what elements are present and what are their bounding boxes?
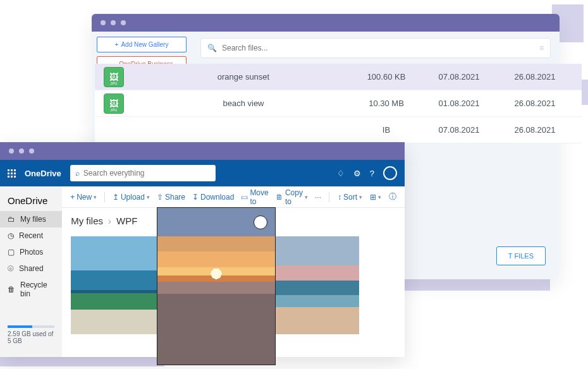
search-icon: 🔍 xyxy=(207,44,217,52)
crumb-root[interactable]: My files xyxy=(71,215,103,226)
new-button[interactable]: +New▾ xyxy=(68,193,99,202)
info-button[interactable]: ⓘ xyxy=(387,191,398,202)
moveto-button[interactable]: ▭Move to xyxy=(239,188,271,206)
onedrive-brand: OneDrive xyxy=(25,169,61,178)
people-icon: ⦾ xyxy=(8,264,14,273)
file-rows: 🖼JPG orange sunset 100.60 KB 07.08.2021 … xyxy=(95,64,582,143)
avatar[interactable] xyxy=(383,166,397,180)
plus-icon: + xyxy=(70,193,75,202)
search-files[interactable]: 🔍 ≡ xyxy=(200,38,551,58)
chevron-down-icon: ▾ xyxy=(94,194,97,200)
clock-icon: ◷ xyxy=(8,231,14,240)
thumb-beach-aerial[interactable] xyxy=(71,236,159,334)
od-titlebar xyxy=(0,142,405,160)
table-row[interactable]: 🖼JPG beach view 10.30 MB 01.08.2021 26.0… xyxy=(95,90,582,117)
thumb-beach-pink[interactable] xyxy=(271,236,359,334)
nav-shared[interactable]: ⦾Shared xyxy=(0,260,62,277)
nav-my-files[interactable]: 🗀My files xyxy=(0,211,62,227)
crumb-current: WPF xyxy=(116,215,137,226)
folder-icon: 🗀 xyxy=(8,215,15,224)
sort-button[interactable]: ↕Sort▾ xyxy=(336,193,364,202)
more-button[interactable]: ··· xyxy=(313,193,323,202)
chevron-down-icon: ▾ xyxy=(305,194,308,200)
file-date-modified: 26.08.2021 xyxy=(497,125,573,135)
upload-icon: ↥ xyxy=(113,193,119,202)
nav-photos[interactable]: ▢Photos xyxy=(0,244,62,260)
file-date-added: 07.08.2021 xyxy=(421,72,497,82)
file-date-added: 07.08.2021 xyxy=(421,125,497,135)
table-row[interactable]: 🖼JPG orange sunset 100.60 KB 07.08.2021 … xyxy=(95,64,582,90)
app-launcher-icon[interactable] xyxy=(8,169,16,178)
file-size: IB xyxy=(352,125,421,135)
od-toolbar: +New▾ ↥Upload▾ ⇪Share ↧Download ▭Move to… xyxy=(62,186,405,208)
file-image-icon: 🖼JPG xyxy=(104,94,124,114)
preview-popout[interactable] xyxy=(157,207,276,365)
od-sidebar: OneDrive 🗀My files ◷Recent ▢Photos ⦾Shar… xyxy=(0,186,62,357)
select-circle[interactable] xyxy=(254,215,267,229)
move-icon: ▭ xyxy=(241,193,248,202)
copyto-button[interactable]: 🗎Copy to▾ xyxy=(274,188,310,206)
file-title: orange sunset xyxy=(135,72,352,82)
upload-button[interactable]: ↥Upload▾ xyxy=(111,193,152,202)
sort-icon: ↕ xyxy=(338,193,341,202)
menu-icon[interactable]: ≡ xyxy=(539,44,544,52)
search-icon: ⌕ xyxy=(75,169,80,178)
chevron-down-icon: ▾ xyxy=(378,194,381,200)
table-row[interactable]: IB 07.08.2021 26.08.2021 xyxy=(95,117,582,143)
premium-icon[interactable]: ♢ xyxy=(337,169,345,178)
chevron-right-icon: › xyxy=(108,215,111,226)
file-size: 10.30 MB xyxy=(352,99,421,108)
search-input[interactable] xyxy=(222,44,534,52)
file-date-added: 01.08.2021 xyxy=(421,99,497,108)
nav-recent[interactable]: ◷Recent xyxy=(0,227,62,244)
download-button[interactable]: ↧Download xyxy=(190,193,236,202)
add-gallery-label: Add New Gallery xyxy=(121,41,168,48)
plus-icon: + xyxy=(115,41,119,48)
share-icon: ⇪ xyxy=(157,193,163,202)
od-search-input[interactable] xyxy=(83,169,211,178)
wp-titlebar xyxy=(92,14,560,32)
od-side-title: OneDrive xyxy=(0,193,62,211)
chevron-down-icon: ▾ xyxy=(147,194,150,200)
file-date-modified: 26.08.2021 xyxy=(497,99,573,108)
download-icon: ↧ xyxy=(192,193,199,202)
photo-icon: ▢ xyxy=(8,248,15,257)
share-button[interactable]: ⇪Share xyxy=(155,193,187,202)
help-icon[interactable]: ? xyxy=(370,169,374,178)
select-files-button[interactable]: T FILES xyxy=(496,246,546,265)
info-icon: ⓘ xyxy=(389,191,396,202)
grid-icon: ⊞ xyxy=(370,193,376,202)
storage-info: 2.59 GB used of 5 GB xyxy=(0,319,62,351)
trash-icon: 🗑 xyxy=(8,285,15,294)
copy-icon: 🗎 xyxy=(276,193,283,202)
add-gallery-button[interactable]: + Add New Gallery xyxy=(97,37,187,52)
file-size: 100.60 KB xyxy=(352,72,421,82)
storage-bar xyxy=(8,325,54,328)
file-date-modified: 26.08.2021 xyxy=(497,72,573,82)
file-image-icon: 🖼JPG xyxy=(104,67,124,87)
chevron-down-icon: ▾ xyxy=(359,194,362,200)
view-button[interactable]: ⊞▾ xyxy=(368,193,383,202)
settings-icon[interactable]: ⚙ xyxy=(353,169,361,178)
od-topbar: OneDrive ⌕ ♢ ⚙ ? xyxy=(0,160,405,186)
file-title: beach view xyxy=(135,99,352,108)
nav-recycle[interactable]: 🗑Recycle bin xyxy=(0,277,62,302)
preview-image-sunset xyxy=(157,208,275,365)
od-search[interactable]: ⌕ xyxy=(70,165,216,181)
